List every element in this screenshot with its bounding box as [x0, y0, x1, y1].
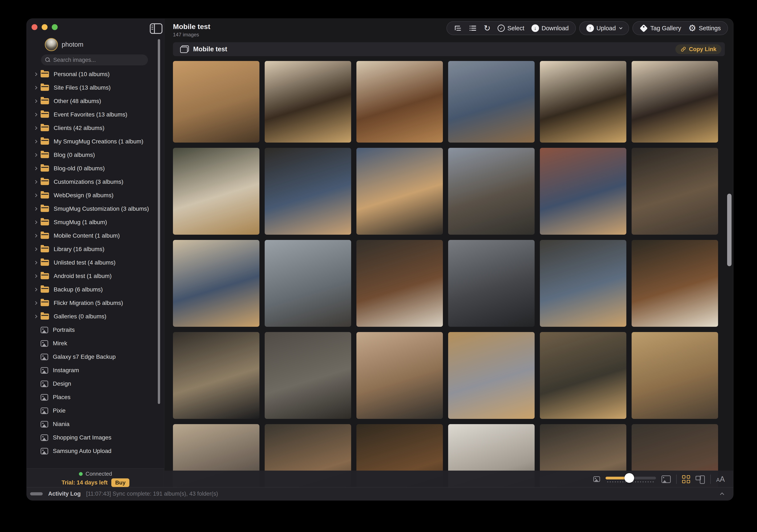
photo-thumbnail-jars-crate-2[interactable] [632, 61, 718, 143]
sidebar-item-mobile-content-1-album[interactable]: Mobile Content (1 album) [27, 229, 161, 243]
select-button[interactable]: ✓ Select [498, 25, 524, 32]
photo-thumbnail-man-armchair-dark[interactable] [632, 148, 718, 235]
sidebar-item-backup-6-albums[interactable]: Backup (6 albums) [27, 283, 161, 296]
sidebar-item-library-16-albums[interactable]: Library (16 albums) [27, 243, 161, 256]
sidebar-item-design[interactable]: Design [27, 377, 161, 391]
sidebar-item-other-48-albums[interactable]: Other (48 albums) [27, 94, 161, 108]
chevron-right-icon[interactable] [34, 140, 38, 143]
sidebar-item-pixie[interactable]: Pixie [27, 404, 161, 417]
sidebar-scrollbar[interactable] [158, 39, 160, 404]
content-scrollbar[interactable] [727, 194, 732, 266]
chevron-right-icon[interactable] [34, 207, 38, 211]
sidebar-item-site-files-13-albums[interactable]: Site Files (13 albums) [27, 81, 161, 94]
sidebar-item-shopping-cart-images[interactable]: Shopping Cart Images [27, 431, 161, 444]
toggle-sidebar-icon[interactable] [150, 23, 163, 34]
refresh-button[interactable]: ↻ [484, 24, 491, 32]
sidebar-item-mirek[interactable]: Mirek [27, 337, 161, 350]
photo-thumbnail-clippers-tools[interactable] [448, 240, 534, 327]
photo-thumbnail-barber-crouching-dog[interactable] [448, 148, 534, 235]
photo-thumbnail-man-dog-brick-wall[interactable] [540, 148, 626, 235]
grid-layout-button[interactable] [682, 475, 690, 483]
chevron-right-icon[interactable] [34, 113, 38, 116]
chevron-right-icon[interactable] [34, 288, 38, 291]
chevron-right-icon[interactable] [34, 221, 38, 224]
chevron-right-icon[interactable] [34, 73, 38, 76]
photo-thumbnail-product-shelf[interactable] [540, 332, 626, 419]
sidebar-item-portraits[interactable]: Portraits [27, 323, 161, 337]
text-size-button[interactable]: AA [716, 475, 725, 484]
chevron-right-icon[interactable] [34, 126, 38, 130]
search-box[interactable] [41, 54, 148, 65]
close-window-button[interactable] [32, 24, 38, 30]
chevron-right-icon[interactable] [34, 261, 38, 265]
photo-thumbnail-hands-wooden-box[interactable] [632, 332, 718, 419]
photo-thumbnail-amber-pump-bottles[interactable] [356, 61, 443, 143]
sidebar-item-blog-old-0-albums[interactable]: Blog-old (0 albums) [27, 162, 161, 175]
copy-link-button[interactable]: Copy Link [675, 44, 721, 54]
sidebar-item-blog-0-albums[interactable]: Blog (0 albums) [27, 148, 161, 162]
photo-thumbnail-hand-card-reader[interactable] [448, 61, 534, 143]
photo-thumbnail-jars-wooden-box[interactable] [265, 61, 351, 143]
sidebar-item-galaxy-s7-edge-backup[interactable]: Galaxy s7 Edge Backup [27, 350, 161, 364]
photo-thumbnail-man-holding-dog[interactable] [265, 148, 351, 235]
chevron-right-icon[interactable] [34, 301, 38, 305]
upload-button[interactable]: ↑ Upload [586, 24, 622, 32]
list-view-button[interactable] [469, 25, 477, 32]
buy-button[interactable]: Buy [111, 478, 129, 487]
folder-icon [41, 313, 49, 320]
sidebar-item-flickr-migration-5-albums[interactable]: Flickr Migration (5 albums) [27, 296, 161, 310]
chevron-right-icon[interactable] [34, 167, 38, 170]
toolbar: ↻ ✓ Select ↓ Download ↑ Upload [446, 21, 728, 35]
sidebar-item-unlisted-test-4-albums[interactable]: Unlisted test (4 albums) [27, 256, 161, 269]
sidebar-item-samsung-auto-upload[interactable]: Samsung Auto Upload [27, 444, 161, 455]
chevron-right-icon[interactable] [34, 100, 38, 103]
sidebar-item-smugmug-1-album[interactable]: SmugMug (1 album) [27, 216, 161, 229]
thumbnail-size-slider[interactable] [606, 473, 656, 486]
search-input[interactable] [53, 57, 144, 63]
sidebar-item-places[interactable]: Places [27, 391, 161, 404]
sidebar-item-galleries-0-albums[interactable]: Galleries (0 albums) [27, 310, 161, 323]
chevron-right-icon[interactable] [34, 234, 38, 238]
chevron-right-icon[interactable] [34, 153, 38, 157]
settings-button[interactable]: ⚙ Settings [688, 24, 721, 33]
sidebar-item-instagram[interactable]: Instagram [27, 364, 161, 377]
drag-handle[interactable] [30, 492, 43, 495]
sidebar-item-android-test-1-album[interactable]: Android test (1 album) [27, 269, 161, 283]
chevron-right-icon[interactable] [34, 180, 38, 184]
sidebar-item-clients-42-albums[interactable]: Clients (42 albums) [27, 121, 161, 135]
sidebar-item-event-favorites-13-albums[interactable]: Event Favorites (13 albums) [27, 108, 161, 121]
sidebar-item-niania[interactable]: Niania [27, 417, 161, 431]
photo-thumbnail-jars-plant-window[interactable] [173, 148, 259, 235]
chevron-right-icon[interactable] [34, 315, 38, 318]
download-button[interactable]: ↓ Download [531, 24, 569, 32]
chevron-up-icon[interactable] [720, 492, 724, 497]
photo-thumbnail-bottles-wood-box[interactable] [356, 240, 443, 327]
sidebar-item-smugmug-customization-3-albums[interactable]: SmugMug Customization (3 albums) [27, 202, 161, 216]
account-row[interactable]: photom [45, 38, 83, 51]
collage-layout-button[interactable] [696, 475, 705, 483]
photo-thumbnail-tablet-on-tripod[interactable] [173, 332, 259, 419]
photo-thumbnail-filming-setup[interactable] [265, 332, 351, 419]
photo-thumbnail-profile-portrait[interactable] [265, 240, 351, 327]
photo-thumbnail-man-playing-with-dog[interactable] [173, 240, 259, 327]
photo-thumbnail-dog-closeup[interactable] [173, 61, 259, 143]
photo-thumbnail-jars-crate-bright[interactable] [540, 61, 626, 143]
sidebar-item-webdesign-9-albums[interactable]: WebDesign (9 albums) [27, 189, 161, 202]
zoom-window-button[interactable] [52, 24, 58, 30]
chevron-right-icon[interactable] [34, 194, 38, 197]
chevron-right-icon[interactable] [34, 275, 38, 278]
sidebar-item-my-smugmug-creations-1-album[interactable]: My SmugMug Creations (1 album) [27, 135, 161, 148]
minimize-window-button[interactable] [42, 24, 47, 30]
sidebar-item-customizations-3-albums[interactable]: Customizations (3 albums) [27, 175, 161, 189]
chevron-right-icon[interactable] [34, 248, 38, 251]
tag-gallery-button[interactable]: Tag Gallery [640, 25, 681, 32]
photo-thumbnail-man-dog-armchair[interactable] [540, 240, 626, 327]
sidebar-item-personal-10-albums[interactable]: Personal (10 albums) [27, 68, 161, 81]
photo-thumbnail-amber-bottles-row[interactable] [632, 240, 718, 327]
photo-thumbnail-hands-jar-tiled-wall[interactable] [356, 332, 443, 419]
slider-thumb[interactable] [624, 473, 634, 483]
photo-thumbnail-board-comb-scissors[interactable] [448, 332, 534, 419]
photo-thumbnail-man-dog-2[interactable] [356, 148, 443, 235]
chevron-right-icon[interactable] [34, 86, 38, 90]
tree-view-button[interactable] [454, 25, 462, 32]
